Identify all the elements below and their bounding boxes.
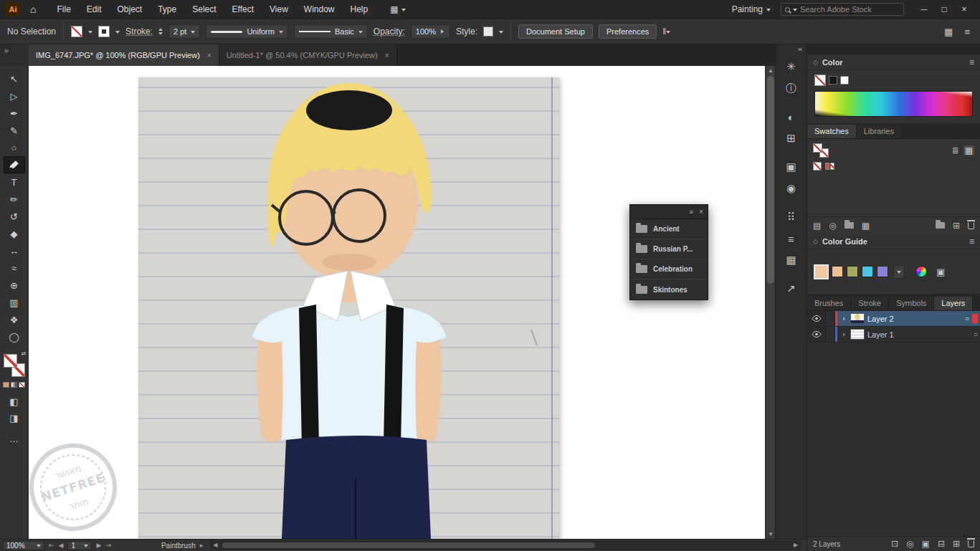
fill-swatch[interactable] [4, 354, 17, 368]
tab-swatches[interactable]: Swatches [807, 125, 857, 138]
document-setup-button[interactable]: Document Setup [518, 24, 593, 39]
color-panel-header[interactable]: ◇ Color ≡ [807, 54, 980, 70]
document-tab[interactable]: Untitled-1* @ 50.4% (CMYK/GPU Preview)× [219, 44, 397, 66]
visibility-toggle[interactable] [807, 311, 826, 326]
color-guide-swatch[interactable] [847, 266, 858, 277]
swatch-kinds-icon[interactable]: ◎ [829, 221, 836, 231]
layer-target-icon[interactable]: ○ [974, 330, 978, 338]
status-flyout-icon[interactable]: ▸ [200, 542, 204, 549]
collect-for-export-icon[interactable]: ⊡ [891, 539, 898, 549]
pencil-tool[interactable]: ✏ [4, 191, 25, 208]
menu-window[interactable]: Window [296, 0, 343, 19]
shape-builder-tool[interactable]: ⊕ [4, 277, 25, 294]
workspace-switcher[interactable]: Painting [732, 4, 771, 14]
grid-view-icon[interactable]: ▦ [964, 145, 974, 155]
swatch-libraries-icon[interactable]: ▤ [813, 221, 821, 231]
color-guide-header[interactable]: ◇ Color Guide ≡ [807, 234, 980, 249]
selection-tool[interactable]: ↖ [4, 70, 25, 87]
fill-stroke-indicator[interactable] [813, 143, 829, 158]
draw-normal-icon[interactable]: ◧ [9, 396, 18, 407]
edit-toolbar-icon[interactable]: … [9, 433, 19, 444]
canvas-area[interactable]: מאושר NETFREE מותר ▲ ▼ [29, 66, 775, 539]
layer-name[interactable]: Layer 1 [867, 330, 894, 339]
direct-selection-tool[interactable]: ▷ [4, 87, 25, 105]
menu-file[interactable]: File [49, 0, 78, 19]
stock-search-input[interactable] [800, 5, 902, 14]
close-tab-icon[interactable]: × [385, 52, 389, 59]
horizontal-scroll-thumb[interactable] [222, 542, 595, 548]
pathfinder-icon[interactable]: ▦ [781, 251, 802, 269]
delete-swatch-icon[interactable] [968, 222, 974, 229]
expand-chevron-icon[interactable]: › [840, 315, 847, 322]
info-icon[interactable]: ⓘ [781, 79, 802, 97]
document-tab[interactable]: IMG_6747.JPG* @ 100% (RGB/GPU Preview)× [29, 44, 219, 66]
fill-color-swatch[interactable] [71, 26, 82, 37]
color-wheel-icon[interactable] [915, 266, 927, 277]
layer-thumbnail[interactable] [850, 329, 865, 340]
vertical-scrollbar[interactable]: ▲ ▼ [765, 66, 775, 539]
align-icon[interactable]: ≡ [781, 229, 802, 248]
list-view-icon[interactable]: ≣ [952, 145, 959, 155]
first-artboard-icon[interactable]: ⇤ [49, 542, 54, 549]
none-fill-swatch[interactable] [814, 75, 826, 86]
color-guide-swatch[interactable] [877, 266, 888, 277]
lock-cell[interactable] [826, 311, 835, 326]
layer-row[interactable]: ›Layer 1○ [807, 327, 980, 342]
layer-target-icon[interactable]: ○ [965, 315, 969, 322]
swap-fill-stroke-icon[interactable]: ⇄ [22, 350, 27, 357]
layer-thumbnail[interactable] [850, 313, 865, 324]
properties-icon[interactable]: ✳ [781, 57, 802, 76]
type-tool[interactable]: T [4, 173, 25, 191]
color-guide-swatch[interactable] [832, 266, 843, 277]
close-panel-icon[interactable]: × [699, 208, 703, 216]
align-options-icon[interactable]: ‖ [662, 27, 670, 37]
horizontal-scrollbar[interactable]: ◀ ▶ [210, 541, 801, 550]
width-tool[interactable]: ≈ [4, 259, 25, 277]
tab-brushes[interactable]: Brushes [807, 297, 851, 310]
menu-object[interactable]: Object [110, 0, 151, 19]
layer-row-body[interactable]: ›Layer 1○ [835, 327, 980, 342]
prev-artboard-icon[interactable]: ◀ [59, 542, 64, 549]
tab-stroke[interactable]: Stroke [851, 297, 889, 310]
harmony-dropdown[interactable] [893, 265, 905, 279]
layer-row[interactable]: ›Layer 2○ [807, 311, 980, 327]
panel-menu-icon[interactable]: ≡ [969, 57, 974, 67]
none-button[interactable] [19, 382, 25, 388]
dock-columns-icon[interactable]: ▦ [944, 27, 953, 37]
color-spectrum-bar[interactable] [814, 91, 973, 117]
color-button[interactable] [3, 382, 9, 388]
locate-object-icon[interactable]: ◎ [906, 539, 913, 549]
width-profile-dropdown[interactable]: Uniform [206, 24, 288, 39]
panel-menu-icon[interactable]: ≡ [969, 236, 974, 246]
library-item[interactable]: Skintones [630, 279, 708, 300]
chevron-down-icon[interactable] [499, 31, 503, 36]
pen-tool[interactable]: ✒ [4, 105, 25, 122]
gradient-button[interactable] [11, 382, 17, 388]
new-color-group-icon[interactable] [845, 222, 854, 229]
rotate-tool[interactable]: ↺ [4, 208, 25, 225]
swatch-options-icon[interactable]: ▦ [862, 221, 870, 231]
close-tab-icon[interactable]: × [207, 52, 211, 59]
maximize-button[interactable]: □ [934, 0, 954, 19]
visibility-toggle[interactable] [807, 327, 826, 342]
white-swatch[interactable] [840, 76, 849, 85]
panel-toggle-icon[interactable]: ◇ [813, 59, 818, 66]
paintbrush-tool[interactable] [4, 156, 25, 173]
opacity-field[interactable]: 100% [411, 24, 450, 39]
next-artboard-icon[interactable]: ▶ [96, 542, 101, 549]
none-swatch-item[interactable] [813, 162, 822, 171]
library-item[interactable]: Russian P... [630, 239, 708, 259]
gradient-icon[interactable]: ◐ [781, 107, 802, 126]
delete-layer-icon[interactable] [968, 540, 974, 547]
step-up-icon[interactable] [158, 26, 163, 31]
new-swatch-icon[interactable]: ⊞ [953, 221, 960, 231]
chevron-down-icon[interactable] [115, 31, 120, 36]
artboards-icon[interactable]: ⊞ [781, 129, 802, 148]
eraser-tool[interactable]: ◆ [4, 225, 25, 242]
graphic-styles-icon[interactable]: ◉ [781, 179, 802, 198]
opacity-label[interactable]: Opacity: [374, 27, 405, 37]
transform-icon[interactable]: ⠿ [781, 208, 802, 226]
black-swatch[interactable] [829, 76, 837, 85]
home-icon[interactable]: ⌂ [30, 4, 36, 15]
brush-definition-dropdown[interactable]: Basic [294, 24, 368, 39]
